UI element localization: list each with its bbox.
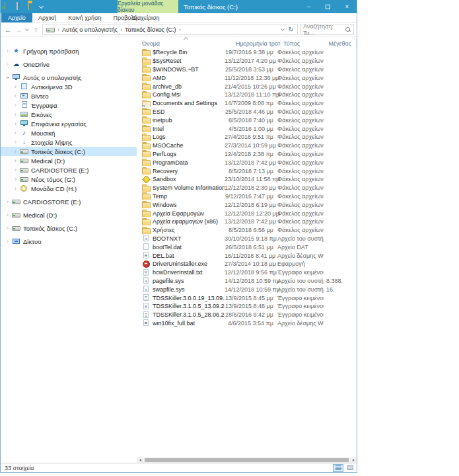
chevron-right-icon[interactable]: › [5,225,11,231]
sidebar-item[interactable]: ›☁OneDrive [1,60,137,69]
file-row[interactable]: Αρχεία εφαρμογών (x86)13/12/2018 7:42 μμ… [137,218,357,226]
chevron-right-icon[interactable]: › [13,102,18,108]
breadcrumb-local-disk-c[interactable]: Τοπικός δίσκος (C:) [125,26,176,33]
column-header-type[interactable]: Τύπος [281,39,326,48]
file-row[interactable]: Documents and Settings14/7/2009 8:08 πμΦ… [137,99,357,108]
minimize-button[interactable]: – [299,0,318,13]
chevron-right-icon[interactable]: › [5,199,11,205]
customize-quick-access-icon[interactable] [39,3,44,8]
chevron-right-icon[interactable]: › [13,139,18,145]
file-row[interactable]: DEL.bat16/11/2018 8:41 μμΑρχείο δέσμης W… [137,251,357,260]
sidebar-item[interactable]: ›Εικόνες [1,110,137,119]
file-row[interactable]: Windows12/12/2018 6:19 μμΦάκελος αρχείων [137,200,357,209]
sidebar-item[interactable]: ›Έγγραφα [1,100,137,110]
scrollbar-thumb[interactable] [145,458,349,462]
file-row[interactable]: Temp9/12/2016 7:47 μμΦάκελος αρχείων [137,192,357,201]
file-row[interactable]: swapfile.sys14/12/2018 10:59 πμΑρχείο το… [137,285,357,294]
file-row[interactable]: TDSSKiller.3.0.0.19_13.09.2015_20.44.58_… [137,294,357,302]
sidebar-item[interactable]: ›CARDIOSTORE (E:) [1,165,137,175]
large-icons-view-button[interactable] [345,464,355,472]
sidebar-item[interactable]: ›Τοπικός δίσκος (C:) [1,147,137,156]
file-row[interactable]: DriverUninstaller.exe27/3/2014 10:18 μμΕ… [137,260,357,268]
file-row[interactable]: Recovery8/5/2018 7:13 μμΦάκελος αρχείων [137,167,357,175]
column-header-size[interactable]: Μέγεθος [326,39,357,48]
file-row[interactable]: Χρήστες8/5/2018 6:56 μμΦάκελος αρχείων [137,226,357,235]
file-row[interactable]: bootTel.dat26/5/2018 6:51 μμΑρχείο DAT [137,243,357,251]
sidebar-item[interactable]: ›CARDIOSTORE (E:) [1,197,137,206]
sidebar-item[interactable]: ›Medical (D:) [1,156,137,165]
file-row[interactable]: BOOTNXT30/10/2015 9:18 πμΑρχείο του συστ… [137,235,357,243]
recent-locations-icon[interactable] [25,27,29,31]
file-row[interactable]: Αρχεία Εφαρμογών12/12/2018 12:20 μμΦάκελ… [137,209,357,218]
sidebar-item[interactable]: ›Επιφάνεια εργασίας [1,119,137,128]
file-row[interactable]: AMD11/12/2018 12:36 μμΦάκελος αρχείων [137,73,357,82]
search-input[interactable]: Αναζήτηση: Το... [300,24,354,35]
chevron-right-icon[interactable]: › [5,239,11,245]
breadcrumb-this-pc[interactable]: Αυτός ο υπολογιστής [62,26,118,33]
sidebar-item[interactable]: ›Μονάδα CD (H:) [1,184,137,193]
column-header-name[interactable]: Όνομα [142,39,234,48]
file-row[interactable]: TDSSKiller.3.1.0.5_28.06.2016_21.42.04_l… [137,311,357,319]
chevron-down-icon[interactable]: › [5,75,11,81]
sidebar-item[interactable]: ›Αυτός ο υπολογιστής [1,73,137,82]
close-button[interactable]: × [337,0,357,13]
scroll-left-icon[interactable] [137,457,143,463]
tab-manage[interactable]: Διαχείριση [126,13,166,22]
chevron-right-icon[interactable]: › [13,130,18,136]
address-dropdown-icon[interactable] [281,27,285,31]
chevron-right-icon[interactable]: › [5,212,11,218]
sidebar-item[interactable]: ›Δίκτυο [1,237,137,246]
file-row[interactable]: $SysReset13/12/2017 4:20 μμΦάκελος αρχεί… [137,57,357,65]
chevron-right-icon[interactable]: › [13,177,18,182]
chevron-right-icon[interactable]: › [13,167,18,173]
file-row[interactable]: pagefile.sys14/12/2018 10:59 πμΑρχείο το… [137,277,357,286]
file-row[interactable]: win10fix_full.bat4/6/2015 3:54 πμΑρχείο … [137,319,357,328]
file-row[interactable]: inetpub8/5/2018 7:40 μμΦάκελος αρχείων [137,116,357,124]
chevron-right-icon[interactable]: › [13,149,18,155]
sidebar-item[interactable]: ›↓Στοιχεία λήψης [1,138,137,147]
file-row[interactable]: TDSSKiller.3.1.0.5_13.09.2015_20.46.32_l… [137,302,357,311]
file-row[interactable]: ProgramData13/12/2018 7:42 μμΦάκελος αρχ… [137,158,357,167]
file-row[interactable]: Logs27/4/2016 9:51 πμΦάκελος αρχείων [137,133,357,141]
file-row[interactable]: $Recycle.Bin19/7/2016 9:38 μμΦάκελος αρχ… [137,48,357,57]
sidebar-item[interactable]: ›Νέος τόμος (G:) [1,175,137,184]
tab-home[interactable]: Αρχική [32,13,62,22]
file-row[interactable]: MSOCache27/3/2014 10:59 μμΦάκελος αρχείω… [137,141,357,150]
new-folder-icon[interactable] [28,3,36,11]
file-row[interactable]: ESD25/5/2018 4:46 μμΦάκελος αρχείων [137,108,357,116]
sidebar-item[interactable]: ›♪Μουσική [1,128,137,138]
refresh-icon[interactable]: ↻ [289,26,294,33]
chevron-right-icon[interactable]: › [13,112,18,118]
sidebar-item[interactable]: ›Τοπικός δίσκος (C:) [1,223,137,233]
file-row[interactable]: Config.Msi13/12/2018 11:10 πμΦάκελος αρχ… [137,91,357,99]
file-row[interactable]: $WINDOWS.~BT25/5/2018 3:53 μμΦάκελος αρχ… [137,65,357,74]
address-bar[interactable]: › Αυτός ο υπολογιστής › Τοπικός δίσκος (… [42,24,298,35]
properties-check-icon[interactable] [16,3,24,11]
column-header-date[interactable]: Ημερομηνία τροπ... [234,39,281,48]
chevron-right-icon[interactable]: › [13,121,18,127]
chevron-right-icon[interactable]: › [5,48,11,54]
chevron-right-icon[interactable]: › [13,158,18,164]
up-button[interactable]: ↑ [32,26,40,33]
file-row[interactable]: System Volume Information12/12/2018 2:30… [137,184,357,192]
tab-file[interactable]: Αρχείο [1,13,32,22]
details-view-button[interactable] [333,464,343,472]
file-row[interactable]: Sandbox23/10/2014 11:58 πμΦάκελος αρχείω… [137,175,357,184]
sidebar-item[interactable]: ›Βίντεο [1,91,137,100]
file-row[interactable]: Intel4/5/2016 1:00 μμΦάκελος αρχείων [137,124,357,133]
forward-button[interactable]: → [15,26,24,34]
sidebar-item[interactable]: ›Αντικείμενα 3D [1,82,137,91]
chevron-right-icon[interactable]: › [13,84,18,90]
sidebar-item[interactable]: ›Medical (D:) [1,210,137,219]
file-row[interactable]: archive_db21/4/2015 10:26 μμΦάκελος αρχε… [137,82,357,91]
horizontal-scrollbar[interactable] [137,457,357,463]
chevron-right-icon[interactable]: › [13,93,18,99]
chevron-right-icon[interactable]: › [13,186,18,192]
chevron-right-icon[interactable]: › [5,61,11,67]
file-row[interactable]: PerfLogs12/4/2018 2:38 πμΦάκελος αρχείων [137,150,357,159]
search-icon[interactable] [345,26,351,32]
sidebar-item[interactable]: ›★Γρήγορη πρόσβαση [1,46,137,56]
tab-share[interactable]: Κοινή χρήση [62,13,107,22]
back-button[interactable]: ← [3,26,13,34]
file-row[interactable]: hcwDriverInstall.txt12/12/2018 9:56 πμΈγ… [137,268,357,277]
